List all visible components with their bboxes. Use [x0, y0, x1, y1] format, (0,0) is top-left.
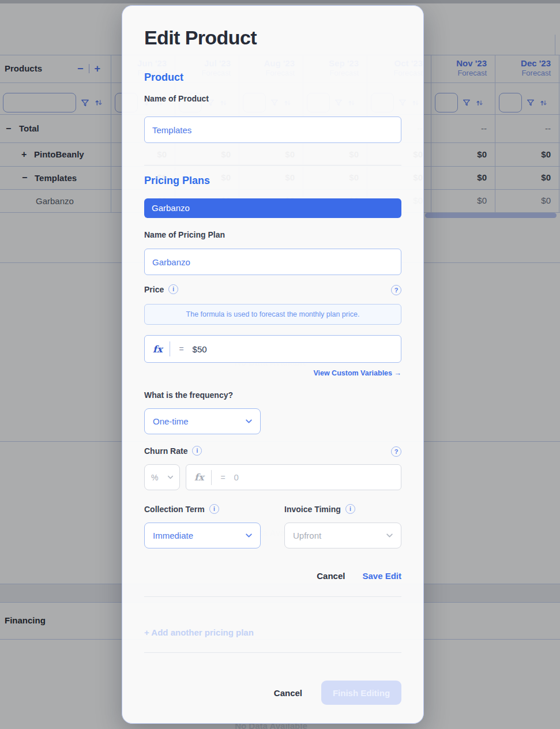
fx-formula-icon: fx [194, 472, 204, 483]
price-formula-input[interactable] [193, 344, 366, 354]
divider [144, 165, 401, 166]
churn-formula-input[interactable] [234, 472, 401, 482]
equals-sign: = [179, 344, 183, 354]
modal-footer-actions: Cancel Finish Editing [144, 681, 401, 705]
plan-actions: Cancel Save Edit [144, 571, 401, 581]
equals-sign: = [220, 473, 225, 482]
invoice-timing-label-row: Invoice Timing i [284, 504, 401, 514]
product-section-heading: Product [144, 72, 401, 84]
fx-formula-icon: fx [153, 344, 162, 355]
frequency-value: One-time [153, 416, 245, 426]
cancel-plan-button[interactable]: Cancel [317, 571, 345, 581]
divider [144, 652, 401, 653]
pricing-plans-heading: Pricing Plans [144, 175, 401, 187]
help-icon[interactable]: ? [391, 446, 401, 457]
info-icon[interactable]: i [345, 504, 355, 514]
chevron-down-icon [245, 417, 253, 426]
save-edit-button[interactable]: Save Edit [362, 571, 401, 581]
name-of-pricing-plan-label: Name of Pricing Plan [144, 230, 401, 239]
info-icon[interactable]: i [192, 446, 202, 456]
collection-term-label: Collection Term [144, 505, 205, 514]
frequency-label: What is the frequency? [144, 390, 401, 400]
app-screen: Products − + − Total + PintoBeanly − [0, 0, 560, 729]
help-icon[interactable]: ? [391, 285, 401, 295]
collection-term-dropdown[interactable]: Immediate [144, 523, 261, 548]
pricing-plan-tab-garbanzo[interactable]: Garbanzo [144, 198, 401, 218]
info-icon[interactable]: i [168, 284, 178, 294]
price-formula-hint: The formula is used to forecast the mont… [144, 304, 401, 325]
churn-rate-label-row: Churn Rate i [144, 446, 401, 456]
invoice-timing-label: Invoice Timing [284, 505, 341, 514]
info-icon[interactable]: i [209, 504, 219, 514]
collection-term-label-row: Collection Term i [144, 504, 260, 514]
add-pricing-plan-button[interactable]: + Add another pricing plan [144, 627, 401, 637]
chevron-down-icon [245, 531, 253, 540]
invoice-timing-value: Upfront [293, 531, 385, 540]
edit-product-modal: Edit Product Product Name of Product Pri… [122, 5, 424, 724]
divider [211, 470, 212, 485]
product-name-input[interactable] [144, 117, 401, 143]
churn-unit-dropdown[interactable]: % [144, 464, 180, 490]
price-label-row: Price i [144, 284, 401, 294]
collection-term-value: Immediate [153, 531, 245, 540]
chevron-down-icon [385, 531, 394, 540]
chevron-down-icon [167, 474, 174, 481]
churn-formula-field: fx = [186, 464, 401, 490]
churn-unit-value: % [151, 473, 167, 482]
price-label: Price [144, 285, 164, 294]
invoice-timing-dropdown[interactable]: Upfront [284, 523, 401, 548]
modal-title: Edit Product [144, 27, 401, 49]
name-of-product-label: Name of Product [144, 94, 401, 103]
price-formula-field: fx = [144, 335, 401, 363]
frequency-dropdown[interactable]: One-time [144, 408, 261, 434]
divider [170, 341, 170, 356]
pricing-plan-name-input[interactable] [144, 249, 401, 275]
finish-editing-button[interactable]: Finish Editing [321, 681, 401, 705]
divider [144, 596, 401, 597]
churn-rate-label: Churn Rate [144, 446, 187, 456]
view-custom-variables-link[interactable]: View Custom Variables → [144, 369, 401, 377]
cancel-button[interactable]: Cancel [274, 688, 302, 698]
